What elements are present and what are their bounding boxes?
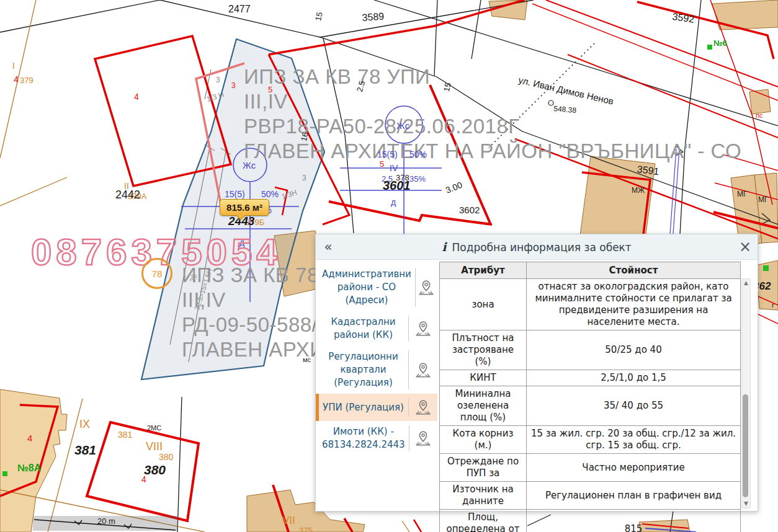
info-panel-body: Административни райони - СО (Адреси)Када… — [316, 260, 758, 511]
attribute-row: Източник на даннитеРегулационен план в г… — [440, 482, 741, 510]
attribute-value: 815 — [527, 510, 741, 532]
layer-item[interactable]: Регулационни квартали (Регулация) — [316, 346, 437, 394]
stamp-line: РВР18-РА50-28/25.06.2018Г — [244, 114, 741, 139]
info-panel-header: « iПодробна информация за обект × — [316, 234, 758, 260]
collapse-panel-button[interactable]: « — [316, 234, 341, 259]
attribute-row: Кота корниз (м.)15 за жил. сгр. 20 за об… — [440, 426, 741, 454]
layer-item-label: УПИ (Регулация) — [316, 398, 409, 417]
attribute-value: 2,5/1,0 до 1,5 — [527, 370, 741, 386]
scrollbar-thumb[interactable] — [743, 394, 748, 497]
block-number-badge: 78 — [141, 258, 172, 289]
layer-item[interactable]: Кадастрални райони (КК) — [316, 311, 437, 346]
attribute-row: Мининална озеленена площ (%)35/ 40 до 55 — [440, 386, 741, 426]
close-panel-button[interactable]: × — [739, 234, 751, 259]
map-pin-icon[interactable] — [409, 399, 437, 416]
attribute-table-header-row: Атрибут Стойност — [440, 262, 741, 279]
attribute-name: Площ, определена от ЦМ (кв. м.) — [440, 510, 527, 532]
scale-bar — [33, 516, 178, 531]
scroll-up-arrow[interactable]: ▲ — [742, 279, 750, 287]
stamp-line: III,IV — [244, 89, 741, 114]
attr-header: Атрибут — [440, 262, 527, 279]
attribute-value: 35/ 40 до 55 — [527, 386, 741, 426]
layer-list: Административни райони - СО (Адреси)Када… — [316, 260, 437, 511]
layer-item[interactable]: Административни райони - СО (Адреси) — [316, 264, 437, 311]
attribute-row: Плътност на застрояване (%)50/25 до 40 — [440, 330, 741, 370]
attribute-value: Частно мероприятие — [527, 454, 741, 482]
attribute-name: Мининална озеленена площ (%) — [440, 386, 527, 426]
attribute-name: Плътност на застрояване (%) — [440, 330, 527, 370]
attribute-table: Атрибут Стойност зонаотнасят за окологра… — [439, 262, 741, 532]
map-pin-icon[interactable] — [409, 361, 437, 379]
attribute-value: 50/25 до 40 — [527, 330, 741, 370]
attribute-row: Площ, определена от ЦМ (кв. м.)815 — [440, 510, 741, 532]
map-pin-icon[interactable] — [409, 430, 437, 447]
attribute-name: Отреждане по ПУП за — [440, 454, 527, 482]
panel-title: iПодробна информация за обект — [316, 240, 758, 254]
info-panel: « iПодробна информация за обект × Админи… — [315, 234, 758, 512]
stamp-line: ИПЗ ЗА КВ 78 УПИ — [244, 64, 741, 89]
map-pin-icon[interactable] — [409, 320, 437, 337]
attribute-name: Източник на данните — [440, 482, 527, 510]
value-header: Стойност — [527, 262, 741, 279]
layer-item-label: Регулационни квартали (Регулация) — [316, 350, 409, 389]
stamp-line: ГЛАВЕН АРХИТЕКТ НА РАЙОН "ВРЪБНИЦА" - СО — [244, 139, 741, 164]
layer-item[interactable]: Имоти (КК) - 68134.2824.2443 — [316, 421, 437, 456]
attribute-name: Кота корниз (м.) — [440, 426, 527, 454]
attribute-row: Отреждане по ПУП заЧастно мероприятие — [440, 454, 741, 482]
attribute-value: 15 за жил. сгр. 20 за общ. сгр./12 за жи… — [527, 426, 741, 454]
attribute-value: Регулационен план в графичен вид — [527, 482, 741, 510]
panel-title-text: Подробна информация за обект — [452, 241, 631, 254]
map-pin-icon[interactable] — [416, 279, 437, 296]
attribute-name: КИНТ — [440, 370, 527, 386]
area-measure-tooltip: 815.6 м² — [220, 199, 269, 216]
layer-item-label: Имоти (КК) - 68134.2824.2443 — [316, 425, 409, 451]
layer-item[interactable]: УПИ (Регулация) — [316, 394, 437, 421]
approval-stamp-1: ИПЗ ЗА КВ 78 УПИIII,IVРВР18-РА50-28/25.0… — [244, 64, 741, 164]
attribute-table-area: Атрибут Стойност зонаотнасят за окологра… — [437, 260, 758, 511]
info-icon: i — [442, 240, 446, 254]
scroll-down-arrow[interactable]: ▼ — [742, 500, 750, 508]
layer-item-label: Кадастрални райони (КК) — [316, 316, 409, 342]
attribute-row: зонаотнасят за околоградския район, като… — [440, 279, 741, 330]
attribute-table-body: зонаотнасят за околоградския район, като… — [440, 279, 741, 532]
attribute-value: отнасят за околоградския район, като мин… — [527, 279, 741, 330]
attribute-row: КИНТ2,5/1,0 до 1,5 — [440, 370, 741, 386]
attribute-name: зона — [440, 279, 527, 330]
table-scrollbar[interactable]: ▲ ▼ — [741, 278, 751, 508]
layer-item-label: Административни райони - СО (Адреси) — [316, 268, 416, 307]
